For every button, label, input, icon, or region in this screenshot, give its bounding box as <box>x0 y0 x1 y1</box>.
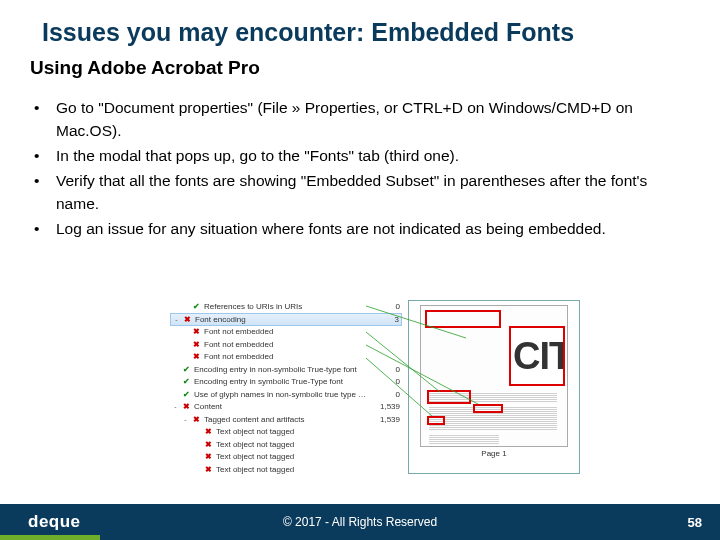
error-icon: ✖ <box>192 340 201 349</box>
page-thumbnail: CIT <box>420 305 568 447</box>
page-subtitle: Using Adobe Acrobat Pro <box>0 57 720 97</box>
bullet-dot: • <box>30 218 56 241</box>
tree-row: ✖Font not embedded <box>170 351 402 364</box>
collapse-icon <box>172 378 179 385</box>
collapse-icon: - <box>182 416 189 423</box>
page-label: Page 1 <box>481 449 506 458</box>
bullet-text: In the modal that pops up, go to the "Fo… <box>56 145 690 168</box>
tree-row-count: 0 <box>380 377 402 386</box>
tree-row-count: 1,539 <box>380 415 402 424</box>
list-item: •Verify that all the fonts are showing "… <box>30 170 690 216</box>
tree-row-label: Encoding entry in non-symbolic True-type… <box>194 365 377 374</box>
tree-row-label: Encoding entry in symbolic True-Type fon… <box>194 377 377 386</box>
tree-row: ✔Encoding entry in non-symbolic True-typ… <box>170 363 402 376</box>
tree-row-label: Tagged content and artifacts <box>204 415 377 424</box>
bullet-dot: • <box>30 145 56 168</box>
collapse-icon <box>194 453 201 460</box>
checkmark-icon: ✔ <box>182 365 191 374</box>
page-title: Issues you may encounter: Embedded Fonts <box>0 0 720 57</box>
tree-row-label: Font not embedded <box>204 340 377 349</box>
copyright-text: © 2017 - All Rights Reserved <box>0 515 720 529</box>
tree-row-label: Text object not tagged <box>216 427 377 436</box>
tree-row: ✔References to URIs in URIs0 <box>170 300 402 313</box>
bullet-dot: • <box>30 170 56 216</box>
tree-row-label: Font not embedded <box>204 327 377 336</box>
tree-row: -✖Font encoding3 <box>170 313 402 326</box>
tree-row-count: 3 <box>379 315 401 324</box>
tree-row-label: Text object not tagged <box>216 440 377 449</box>
bullet-list: •Go to "Document properties" (File » Pro… <box>0 97 720 241</box>
collapse-icon <box>194 441 201 448</box>
collapse-icon <box>172 366 179 373</box>
collapse-icon <box>182 328 189 335</box>
error-icon: ✖ <box>182 402 191 411</box>
highlight-box <box>427 390 471 404</box>
footer-accent-bar <box>0 535 100 540</box>
list-item: •In the modal that pops up, go to the "F… <box>30 145 690 168</box>
tree-row-label: Use of glyph names in non-symbolic true … <box>194 390 377 399</box>
error-icon: ✖ <box>204 440 213 449</box>
bullet-text: Go to "Document properties" (File » Prop… <box>56 97 690 143</box>
bullet-text: Log an issue for any situation where fon… <box>56 218 690 241</box>
highlight-box <box>473 404 503 413</box>
tree-row-count: 0 <box>380 365 402 374</box>
tree-row: -✖Content1,539 <box>170 401 402 414</box>
error-icon: ✖ <box>204 465 213 474</box>
collapse-icon <box>182 341 189 348</box>
error-icon: ✖ <box>192 327 201 336</box>
highlight-box <box>427 416 445 425</box>
tree-row-label: Text object not tagged <box>216 452 377 461</box>
collapse-icon <box>194 428 201 435</box>
tree-row-count: 1,539 <box>380 402 402 411</box>
tree-row: ✖Text object not tagged <box>170 463 402 476</box>
tree-row-label: References to URIs in URIs <box>204 302 377 311</box>
collapse-icon <box>194 466 201 473</box>
tree-row: ✖Text object not tagged <box>170 426 402 439</box>
error-icon: ✖ <box>192 415 201 424</box>
highlight-box <box>425 310 501 328</box>
tree-row: ✖Font not embedded <box>170 326 402 339</box>
tree-row-count: 0 <box>380 390 402 399</box>
collapse-icon: - <box>172 403 179 410</box>
collapse-icon <box>182 353 189 360</box>
error-icon: ✖ <box>204 452 213 461</box>
tree-row-label: Content <box>194 402 377 411</box>
checkmark-icon: ✔ <box>182 390 191 399</box>
tree-row: -✖Tagged content and artifacts1,539 <box>170 413 402 426</box>
tree-row-label: Font encoding <box>195 315 376 324</box>
checkmark-icon: ✔ <box>192 302 201 311</box>
tree-row-count: 0 <box>380 302 402 311</box>
list-item: •Log an issue for any situation where fo… <box>30 218 690 241</box>
collapse-icon <box>182 303 189 310</box>
checkmark-icon: ✔ <box>182 377 191 386</box>
page-preview-pane: CIT Page 1 <box>408 300 580 474</box>
tree-row-label: Font not embedded <box>204 352 377 361</box>
paragraph-line <box>429 434 499 444</box>
error-icon: ✖ <box>183 315 192 324</box>
tree-row: ✖Text object not tagged <box>170 438 402 451</box>
error-icon: ✖ <box>204 427 213 436</box>
error-icon: ✖ <box>192 352 201 361</box>
tree-row-label: Text object not tagged <box>216 465 377 474</box>
bullet-text: Verify that all the fonts are showing "E… <box>56 170 690 216</box>
collapse-icon <box>172 391 179 398</box>
slide-footer: deque © 2017 - All Rights Reserved 58 <box>0 504 720 540</box>
accessibility-tree: ✔References to URIs in URIs0-✖Font encod… <box>170 300 402 474</box>
list-item: •Go to "Document properties" (File » Pro… <box>30 97 690 143</box>
screenshot-figure: ✔References to URIs in URIs0-✖Font encod… <box>170 300 580 474</box>
bullet-dot: • <box>30 97 56 143</box>
tree-row: ✔Encoding entry in symbolic True-Type fo… <box>170 376 402 389</box>
collapse-icon: - <box>173 316 180 323</box>
slide-number: 58 <box>688 515 702 530</box>
tree-row: ✖Text object not tagged <box>170 451 402 464</box>
highlight-large-text: CIT <box>509 326 565 386</box>
tree-row: ✖Font not embedded <box>170 338 402 351</box>
tree-row: ✔Use of glyph names in non-symbolic true… <box>170 388 402 401</box>
